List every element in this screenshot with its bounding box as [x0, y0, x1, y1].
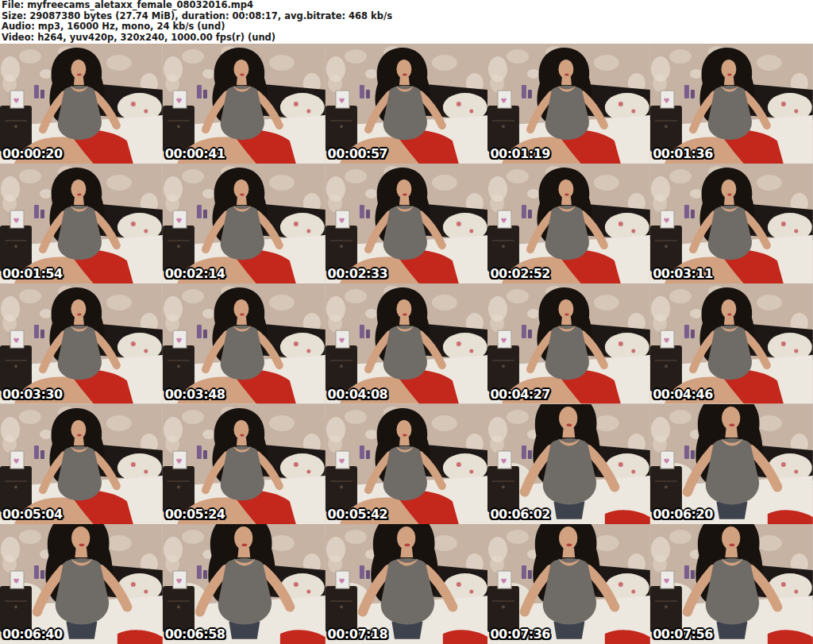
purple-candle: [360, 205, 364, 218]
heart-icon: ♥: [664, 457, 670, 465]
frame-timestamp: 00:01:19: [490, 146, 550, 161]
purple-candle-small: [691, 330, 695, 338]
frame-timestamp: 00:01:36: [653, 146, 713, 161]
purple-candle: [522, 325, 526, 338]
purple-candle-small: [528, 570, 532, 579]
gray-tank-top: [56, 558, 109, 624]
video-thumbnail-frame: ♥ 00:07:56: [650, 524, 813, 644]
white-flower-decor: [651, 56, 670, 82]
video-thumbnail-frame: ♥ 00:01:54: [0, 164, 163, 283]
white-flower-decor: [326, 176, 345, 202]
gray-tank-top: [706, 558, 759, 624]
heart-icon: ♥: [664, 217, 670, 225]
video-thumbnail-frame: ♥ 00:04:27: [487, 283, 650, 403]
white-flower-decor: [1, 417, 20, 442]
frame-timestamp: 00:04:46: [653, 387, 713, 402]
heart-icon: ♥: [501, 97, 507, 105]
purple-candle-small: [203, 90, 207, 98]
file-value: myfreecams_aletaxx_female_08032016.mp4: [27, 0, 253, 10]
purple-candle-small: [691, 210, 695, 218]
purple-candle-small: [366, 330, 370, 338]
gray-tank-top: [708, 86, 752, 140]
heart-icon: ♥: [175, 217, 182, 225]
video-thumbnail-frame: ♥ 00:04:08: [326, 283, 488, 403]
purple-candle: [522, 445, 526, 459]
purple-candle-small: [203, 210, 207, 218]
purple-candle: [197, 85, 202, 98]
purple-candle-small: [366, 570, 370, 579]
video-thumbnail-frame: ♥ 00:07:18: [326, 524, 488, 644]
heart-icon: ♥: [338, 337, 345, 345]
video-thumbnail-frame: ♥ 00:05:24: [163, 404, 326, 524]
frame-timestamp: 00:00:41: [165, 146, 225, 161]
white-flower-decor: [326, 417, 345, 442]
video-thumbnail-frame: ♥ 00:05:42: [326, 404, 488, 524]
gray-tank-top: [383, 86, 426, 140]
frame-timestamp: 00:06:20: [653, 507, 713, 522]
frame-timestamp: 00:07:36: [490, 627, 550, 642]
purple-candle: [684, 325, 689, 338]
thumbnail-grid: ♥ 00:00:20: [0, 44, 813, 644]
video-thumbnail-frame: ♥ 00:00:20: [0, 44, 163, 164]
white-flower-decor: [164, 296, 183, 322]
white-flower-decor: [651, 537, 670, 562]
white-flower-decor: [488, 296, 507, 322]
frame-timestamp: 00:03:48: [165, 387, 225, 402]
purple-candle: [360, 565, 364, 579]
purple-candle: [360, 325, 364, 338]
frame-timestamp: 00:04:27: [490, 387, 550, 402]
gray-tank-top: [58, 326, 102, 380]
audio-label: Audio:: [2, 21, 35, 32]
gray-tank-top: [221, 206, 264, 260]
gray-tank-top: [380, 558, 433, 624]
white-flower-decor: [1, 176, 20, 202]
purple-candle-small: [528, 450, 532, 459]
video-label: Video:: [2, 32, 34, 43]
white-flower-decor: [1, 56, 20, 82]
white-flower-decor: [651, 417, 670, 442]
white-flower-decor: [164, 176, 183, 202]
purple-candle: [522, 205, 526, 218]
heart-icon: ♥: [664, 577, 670, 585]
purple-candle-small: [528, 210, 532, 218]
white-flower-decor: [326, 537, 345, 562]
purple-candle: [197, 325, 202, 338]
purple-candle-small: [691, 570, 695, 579]
purple-candle: [360, 85, 364, 98]
purple-candle: [197, 205, 202, 218]
frame-timestamp: 00:04:08: [328, 387, 388, 402]
frame-timestamp: 00:02:14: [165, 266, 225, 281]
video-thumbnail-frame: ♥ 00:01:36: [650, 44, 813, 164]
gray-tank-top: [221, 326, 264, 380]
video-thumbnail-frame: ♥ 00:03:48: [163, 283, 326, 403]
purple-candle-small: [691, 90, 695, 98]
purple-candle: [684, 445, 689, 459]
video-thumbnail-frame: ♥ 00:02:33: [326, 164, 488, 283]
white-flower-decor: [164, 56, 183, 82]
white-flower-decor: [326, 296, 345, 322]
heart-icon: ♥: [664, 337, 670, 345]
purple-candle-small: [203, 330, 207, 338]
video-thumbnail-frame: ♥ 00:02:14: [163, 164, 326, 283]
gray-tank-top: [58, 206, 102, 260]
video-thumbnail-frame: ♥ 00:00:41: [163, 44, 326, 164]
file-label: File:: [2, 0, 24, 10]
heart-icon: ♥: [501, 577, 507, 585]
heart-icon: ♥: [13, 337, 19, 345]
file-line: File:myfreecams_aletaxx_female_08032016.…: [2, 0, 813, 11]
frame-timestamp: 00:05:42: [328, 507, 388, 522]
gray-tank-top: [543, 558, 596, 624]
gray-tank-top: [221, 445, 264, 499]
purple-candle-small: [40, 450, 44, 459]
white-flower-decor: [164, 417, 183, 442]
audio-value: mp3, 16000 Hz, mono, 24 kb/s (und): [38, 21, 225, 32]
heart-icon: ♥: [175, 97, 182, 105]
gray-tank-top: [383, 206, 426, 260]
white-flower-decor: [488, 56, 507, 82]
gray-tank-top: [383, 326, 426, 380]
size-label: Size:: [2, 10, 26, 21]
size-value: 29087380 bytes (27.74 MiB), duration: 00…: [29, 10, 392, 21]
gray-tank-top: [706, 438, 759, 504]
purple-candle-small: [40, 570, 44, 579]
purple-candle-small: [40, 330, 44, 338]
